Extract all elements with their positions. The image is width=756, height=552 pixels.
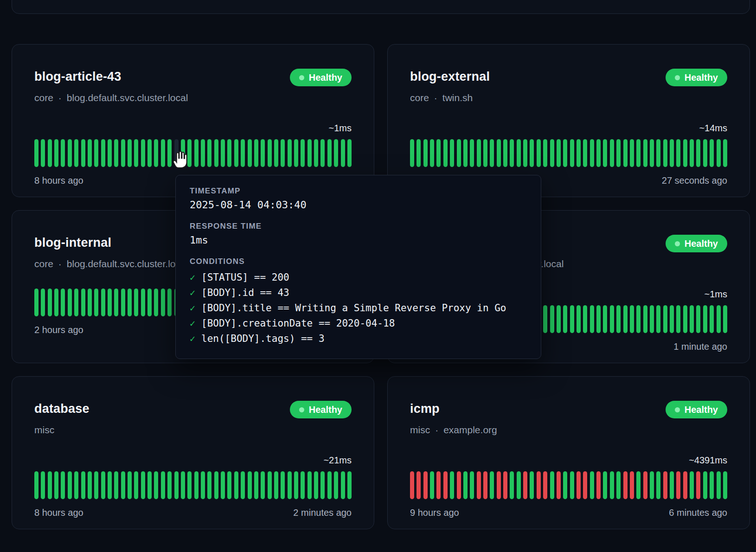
uptime-bar[interactable] (174, 471, 179, 499)
uptime-bar[interactable] (128, 139, 132, 167)
uptime-bar[interactable] (314, 139, 318, 167)
uptime-bar[interactable] (590, 305, 594, 333)
uptime-bar[interactable] (623, 471, 628, 499)
uptime-bar[interactable] (710, 471, 714, 499)
uptime-bar[interactable] (88, 139, 92, 167)
uptime-bar[interactable] (557, 139, 561, 167)
uptime-bar[interactable] (717, 305, 721, 333)
uptime-bar[interactable] (88, 471, 92, 499)
uptime-bar[interactable] (194, 471, 199, 499)
uptime-bar[interactable] (221, 471, 225, 499)
uptime-bar[interactable] (147, 471, 152, 499)
uptime-bar[interactable] (583, 139, 587, 167)
uptime-bar[interactable] (636, 471, 641, 499)
endpoint-card-blog-external[interactable]: blog-external Healthy core · twin.sh ~14… (387, 44, 750, 197)
uptime-bar[interactable] (416, 139, 421, 167)
uptime-bar[interactable] (723, 305, 727, 333)
uptime-bar[interactable] (207, 471, 211, 499)
uptime-bars[interactable] (34, 139, 352, 167)
uptime-bar[interactable] (161, 289, 165, 316)
uptime-bar[interactable] (201, 139, 205, 167)
uptime-bar[interactable] (570, 139, 574, 167)
uptime-bar[interactable] (636, 305, 641, 333)
uptime-bar[interactable] (108, 139, 112, 167)
uptime-bar[interactable] (41, 289, 45, 316)
uptime-bar[interactable] (108, 289, 112, 316)
uptime-bar[interactable] (94, 289, 98, 316)
uptime-bar[interactable] (181, 471, 185, 499)
uptime-bar[interactable] (187, 471, 192, 499)
uptime-bar[interactable] (483, 139, 487, 167)
uptime-bar[interactable] (214, 471, 218, 499)
uptime-bar[interactable] (517, 139, 521, 167)
uptime-bar[interactable] (690, 305, 694, 333)
uptime-bar[interactable] (268, 471, 272, 499)
uptime-bar[interactable] (583, 305, 587, 333)
uptime-bar[interactable] (147, 289, 152, 316)
uptime-bar[interactable] (590, 139, 594, 167)
uptime-bar[interactable] (141, 289, 145, 316)
uptime-bar[interactable] (234, 139, 238, 167)
uptime-bar[interactable] (696, 139, 700, 167)
uptime-bar[interactable] (201, 471, 205, 499)
uptime-bar[interactable] (241, 471, 245, 499)
uptime-bar[interactable] (54, 139, 58, 167)
uptime-bar[interactable] (557, 471, 561, 499)
uptime-bar[interactable] (603, 139, 607, 167)
uptime-bar[interactable] (450, 139, 454, 167)
uptime-bar[interactable] (457, 139, 461, 167)
uptime-bar[interactable] (274, 139, 278, 167)
uptime-bar[interactable] (650, 471, 654, 499)
uptime-bar[interactable] (543, 139, 547, 167)
uptime-bar[interactable] (503, 471, 507, 499)
uptime-bar[interactable] (410, 139, 414, 167)
uptime-bar[interactable] (550, 139, 554, 167)
uptime-bar[interactable] (320, 139, 325, 167)
uptime-bar[interactable] (314, 471, 318, 499)
uptime-bar[interactable] (187, 139, 192, 167)
uptime-bar[interactable] (570, 471, 574, 499)
uptime-bar[interactable] (616, 139, 621, 167)
uptime-bar[interactable] (703, 305, 707, 333)
uptime-bar[interactable] (643, 471, 647, 499)
uptime-bar[interactable] (167, 471, 172, 499)
uptime-bar[interactable] (583, 471, 587, 499)
uptime-bar[interactable] (227, 471, 231, 499)
uptime-bar[interactable] (517, 471, 521, 499)
uptime-bar[interactable] (74, 139, 78, 167)
uptime-bar[interactable] (643, 305, 647, 333)
uptime-bar[interactable] (577, 471, 581, 499)
uptime-bar[interactable] (457, 471, 461, 499)
uptime-bar[interactable] (54, 289, 58, 316)
uptime-bar[interactable] (523, 471, 527, 499)
uptime-bar[interactable] (221, 139, 225, 167)
uptime-bar[interactable] (128, 471, 132, 499)
uptime-bar[interactable] (274, 471, 278, 499)
uptime-bar[interactable] (88, 289, 92, 316)
uptime-bar[interactable] (301, 471, 305, 499)
uptime-bar[interactable] (181, 139, 185, 167)
uptime-bar[interactable] (483, 471, 487, 499)
uptime-bar[interactable] (550, 305, 554, 333)
uptime-bars[interactable] (410, 471, 727, 499)
uptime-bar[interactable] (450, 471, 454, 499)
uptime-bar[interactable] (308, 139, 312, 167)
uptime-bar[interactable] (663, 139, 667, 167)
uptime-bar[interactable] (650, 305, 654, 333)
uptime-bar[interactable] (610, 471, 614, 499)
uptime-bar[interactable] (470, 139, 474, 167)
uptime-bar[interactable] (616, 471, 621, 499)
uptime-bar[interactable] (530, 471, 534, 499)
uptime-bar[interactable] (603, 305, 607, 333)
uptime-bar[interactable] (543, 305, 547, 333)
uptime-bar[interactable] (334, 471, 338, 499)
uptime-bar[interactable] (134, 471, 138, 499)
uptime-bar[interactable] (436, 471, 441, 499)
uptime-bar[interactable] (470, 471, 474, 499)
uptime-bar[interactable] (154, 139, 158, 167)
uptime-bar[interactable] (248, 139, 252, 167)
uptime-bar[interactable] (636, 139, 641, 167)
uptime-bar[interactable] (334, 139, 338, 167)
uptime-bar[interactable] (154, 471, 158, 499)
uptime-bar[interactable] (430, 139, 434, 167)
